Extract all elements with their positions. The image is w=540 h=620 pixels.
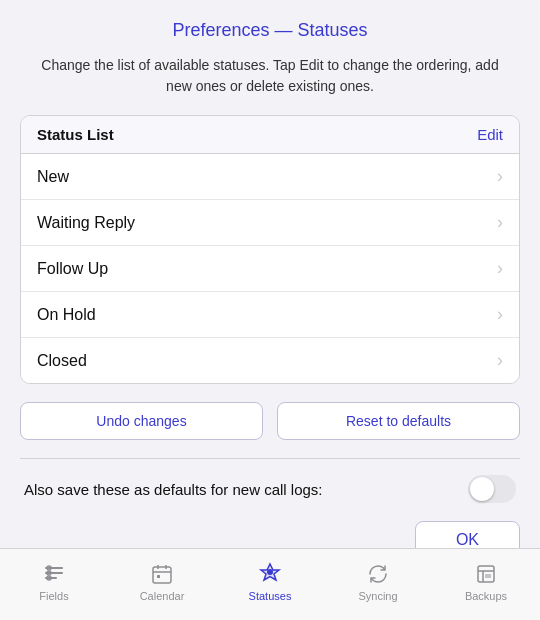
tab-fields-label: Fields: [39, 590, 68, 602]
tab-bar: Fields Calendar Statuses Syncing: [0, 548, 540, 620]
save-defaults-toggle[interactable]: [468, 475, 516, 503]
tab-syncing[interactable]: Syncing: [324, 549, 432, 620]
status-table-header: Status List Edit: [21, 116, 519, 154]
ok-row: OK: [20, 521, 520, 548]
tab-syncing-label: Syncing: [358, 590, 397, 602]
calendar-icon: [150, 562, 174, 586]
status-label-closed: Closed: [37, 352, 87, 370]
toggle-row: Also save these as defaults for new call…: [20, 475, 520, 503]
toggle-label: Also save these as defaults for new call…: [24, 481, 323, 498]
svg-rect-15: [485, 574, 491, 578]
reset-to-defaults-button[interactable]: Reset to defaults: [277, 402, 520, 440]
backups-icon: [474, 562, 498, 586]
action-button-row: Undo changes Reset to defaults: [20, 402, 520, 440]
chevron-right-icon: ›: [497, 304, 503, 325]
tab-fields[interactable]: Fields: [0, 549, 108, 620]
chevron-right-icon: ›: [497, 350, 503, 371]
status-label-waiting-reply: Waiting Reply: [37, 214, 135, 232]
tab-backups-label: Backups: [465, 590, 507, 602]
toggle-knob: [470, 477, 494, 501]
svg-point-11: [267, 569, 273, 575]
status-row-follow-up[interactable]: Follow Up ›: [21, 246, 519, 292]
chevron-right-icon: ›: [497, 258, 503, 279]
edit-button[interactable]: Edit: [477, 126, 503, 143]
svg-rect-10: [157, 575, 160, 578]
divider: [20, 458, 520, 459]
svg-rect-6: [153, 567, 171, 583]
status-row-closed[interactable]: Closed ›: [21, 338, 519, 383]
tab-statuses-label: Statuses: [249, 590, 292, 602]
statuses-icon: [258, 562, 282, 586]
status-table-header-label: Status List: [37, 126, 114, 143]
page-description: Change the list of available statuses. T…: [20, 55, 520, 97]
undo-changes-button[interactable]: Undo changes: [20, 402, 263, 440]
status-label-on-hold: On Hold: [37, 306, 96, 324]
tab-backups[interactable]: Backups: [432, 549, 540, 620]
status-row-waiting-reply[interactable]: Waiting Reply ›: [21, 200, 519, 246]
status-label-follow-up: Follow Up: [37, 260, 108, 278]
ok-button[interactable]: OK: [415, 521, 520, 548]
fields-icon: [42, 562, 66, 586]
tab-statuses[interactable]: Statuses: [216, 549, 324, 620]
page-title: Preferences — Statuses: [20, 20, 520, 41]
status-row-on-hold[interactable]: On Hold ›: [21, 292, 519, 338]
tab-calendar[interactable]: Calendar: [108, 549, 216, 620]
tab-calendar-label: Calendar: [140, 590, 185, 602]
status-label-new: New: [37, 168, 69, 186]
status-row-new[interactable]: New ›: [21, 154, 519, 200]
chevron-right-icon: ›: [497, 166, 503, 187]
syncing-icon: [366, 562, 390, 586]
chevron-right-icon: ›: [497, 212, 503, 233]
status-table: Status List Edit New › Waiting Reply › F…: [20, 115, 520, 384]
